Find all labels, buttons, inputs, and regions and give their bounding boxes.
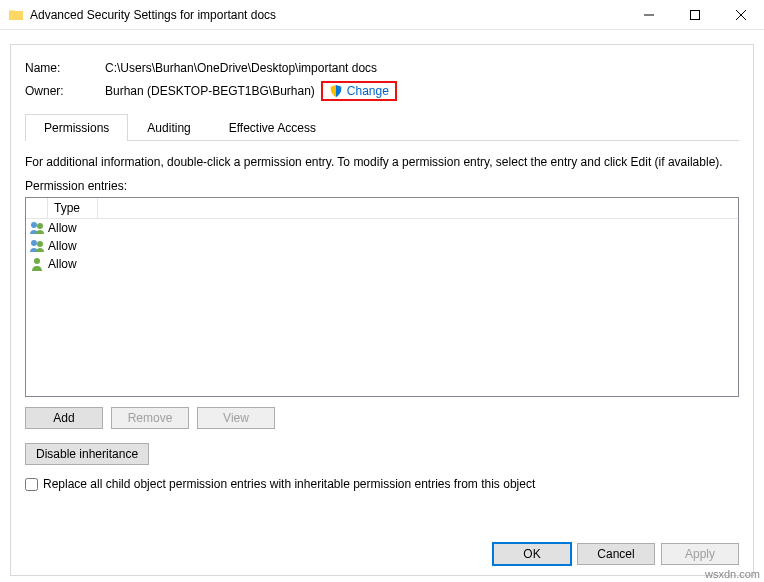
replace-checkbox-label: Replace all child object permission entr…: [43, 477, 535, 491]
shield-icon: [329, 84, 343, 98]
window-title: Advanced Security Settings for important…: [30, 8, 626, 22]
replace-row: Replace all child object permission entr…: [25, 477, 739, 491]
dialog-footer: OK Cancel Apply: [493, 543, 739, 565]
row-type: Allow: [48, 239, 98, 253]
remove-button: Remove: [111, 407, 189, 429]
tab-auditing[interactable]: Auditing: [128, 114, 209, 141]
grid-header-type[interactable]: Type: [48, 198, 98, 218]
svg-point-1: [31, 222, 37, 228]
titlebar: Advanced Security Settings for important…: [0, 0, 764, 30]
change-owner-link[interactable]: Change: [347, 84, 389, 98]
table-row[interactable]: Allow: [26, 219, 738, 237]
name-value: C:\Users\Burhan\OneDrive\Desktop\importa…: [105, 61, 377, 75]
name-row: Name: C:\Users\Burhan\OneDrive\Desktop\i…: [25, 61, 739, 75]
add-button[interactable]: Add: [25, 407, 103, 429]
inheritance-row: Disable inheritance: [25, 443, 739, 465]
table-row[interactable]: Allow: [26, 255, 738, 273]
svg-point-3: [31, 240, 37, 246]
change-owner-highlight: Change: [321, 81, 397, 101]
svg-rect-0: [691, 10, 700, 19]
permission-grid[interactable]: Type AllowAllowAllow: [25, 197, 739, 397]
close-button[interactable]: [718, 0, 764, 30]
svg-point-4: [37, 241, 43, 247]
maximize-button[interactable]: [672, 0, 718, 30]
info-text: For additional information, double-click…: [25, 155, 739, 169]
tab-permissions[interactable]: Permissions: [25, 114, 128, 141]
apply-button: Apply: [661, 543, 739, 565]
svg-point-5: [34, 258, 40, 264]
row-type: Allow: [48, 221, 98, 235]
owner-row: Owner: Burhan (DESKTOP-BEGT1BG\Burhan) C…: [25, 81, 739, 101]
folder-icon: [8, 7, 24, 23]
entries-label: Permission entries:: [25, 179, 739, 193]
name-label: Name:: [25, 61, 105, 75]
owner-label: Owner:: [25, 84, 105, 98]
user-icon: [26, 256, 48, 272]
grid-header: Type: [26, 198, 738, 219]
dialog-content: Name: C:\Users\Burhan\OneDrive\Desktop\i…: [10, 44, 754, 576]
table-row[interactable]: Allow: [26, 237, 738, 255]
group-icon: [26, 238, 48, 254]
cancel-button[interactable]: Cancel: [577, 543, 655, 565]
replace-checkbox[interactable]: [25, 478, 38, 491]
entry-buttons: Add Remove View: [25, 407, 739, 429]
row-type: Allow: [48, 257, 98, 271]
grid-header-icon: [26, 198, 48, 218]
tab-strip: Permissions Auditing Effective Access: [25, 113, 739, 141]
view-button: View: [197, 407, 275, 429]
group-icon: [26, 220, 48, 236]
tab-effective-access[interactable]: Effective Access: [210, 114, 335, 141]
ok-button[interactable]: OK: [493, 543, 571, 565]
owner-value: Burhan (DESKTOP-BEGT1BG\Burhan): [105, 84, 315, 98]
disable-inheritance-button[interactable]: Disable inheritance: [25, 443, 149, 465]
minimize-button[interactable]: [626, 0, 672, 30]
svg-point-2: [37, 223, 43, 229]
watermark: wsxdn.com: [705, 568, 760, 580]
